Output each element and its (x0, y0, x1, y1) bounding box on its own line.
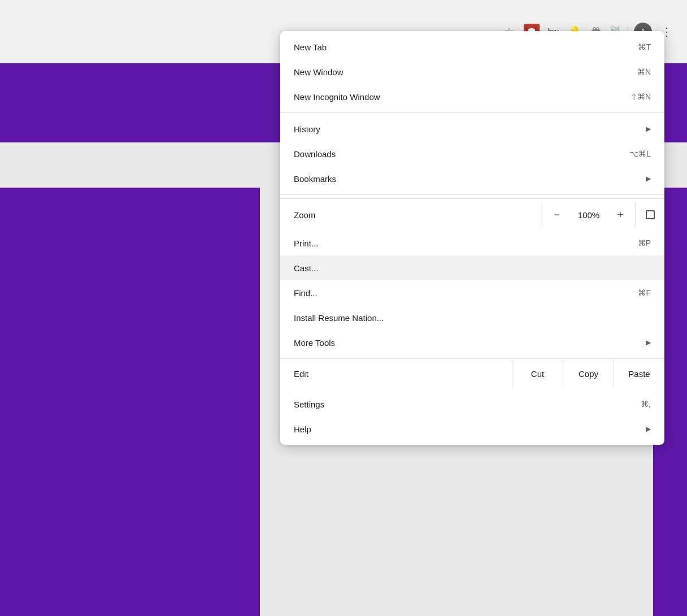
menu-item-new-tab[interactable]: New Tab ⌘T (280, 34, 664, 59)
zoom-row: Zoom − 100% + (280, 198, 664, 231)
menu-item-print[interactable]: Print... ⌘P (280, 231, 664, 255)
purple-strip-bottom (0, 188, 260, 616)
menu-item-new-incognito[interactable]: New Incognito Window ⇧⌘N (280, 84, 664, 109)
menu-item-bookmarks[interactable]: Bookmarks ▶ (280, 166, 664, 191)
menu-item-find[interactable]: Find... ⌘F (280, 280, 664, 305)
menu-item-more-tools[interactable]: More Tools ▶ (280, 330, 664, 355)
menu-item-downloads[interactable]: Downloads ⌥⌘L (280, 141, 664, 166)
menu-section-navigation: New Tab ⌘T New Window ⌘N New Incognito W… (280, 31, 664, 112)
zoom-label[interactable]: Zoom (280, 202, 542, 227)
zoom-controls: − 100% + (542, 202, 635, 227)
menu-section-view: Zoom − 100% + (280, 194, 664, 358)
edit-label: Edit (280, 359, 512, 388)
copy-button[interactable]: Copy (563, 359, 614, 388)
zoom-value: 100% (572, 210, 606, 220)
fullscreen-button[interactable] (635, 202, 664, 227)
svg-rect-4 (646, 211, 654, 219)
menu-section-edit: Edit Cut Copy Paste (280, 358, 664, 388)
menu-item-install[interactable]: Install Resume Nation... (280, 305, 664, 330)
menu-item-help[interactable]: Help ▶ (280, 417, 664, 441)
menu-section-browser: History ▶ Downloads ⌥⌘L Bookmarks ▶ (280, 112, 664, 194)
paste-button[interactable]: Paste (614, 359, 664, 388)
menu-item-history[interactable]: History ▶ (280, 116, 664, 141)
zoom-increase-button[interactable]: + (606, 202, 635, 227)
menu-section-system: Settings ⌘, Help ▶ (280, 388, 664, 445)
menu-item-cast[interactable]: Cast... (280, 255, 664, 280)
cut-button[interactable]: Cut (512, 359, 563, 388)
chrome-menu: New Tab ⌘T New Window ⌘N New Incognito W… (280, 31, 664, 445)
menu-item-settings[interactable]: Settings ⌘, (280, 392, 664, 417)
zoom-decrease-button[interactable]: − (542, 202, 572, 227)
menu-item-new-window[interactable]: New Window ⌘N (280, 59, 664, 84)
